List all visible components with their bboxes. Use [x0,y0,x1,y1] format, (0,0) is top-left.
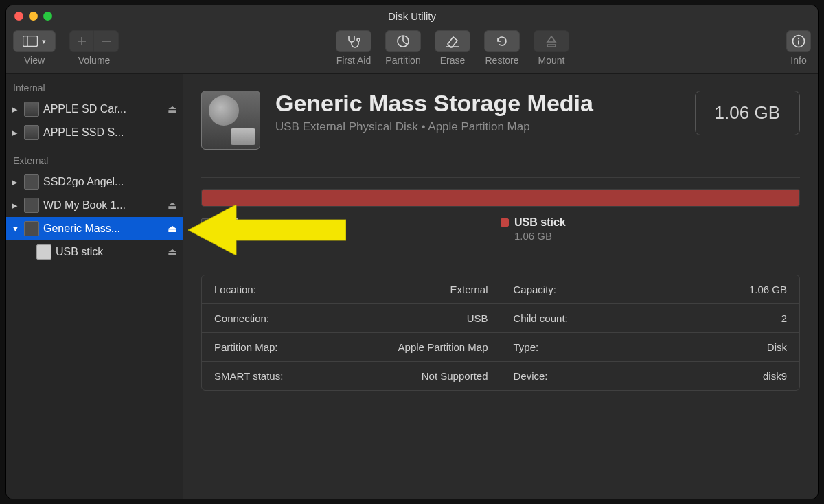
sidebar-item-label: APPLE SD Car... [43,103,163,115]
info-row: Device:disk9 [501,362,800,390]
partition-name: k9s1 [215,216,240,229]
disclosure-triangle-icon[interactable]: ▼ [12,225,20,233]
sidebar-item-generic-mass[interactable]: ▼ Generic Mass... ⏏ [6,217,183,240]
partition-bar[interactable] [201,189,800,207]
sidebar-header-external: External [6,151,183,170]
add-volume-button[interactable] [69,30,94,52]
info-row: Partition Map:Apple Partition Map [202,333,501,362]
disk-header: Generic Mass Storage Media USB External … [201,91,800,150]
mount-label: Mount [538,55,565,66]
partition-legend: k9s1 32 KB USB stick 1.06 GB [201,215,800,243]
sidebar-item-ssd2go[interactable]: ▶ SSD2go Angel... [6,170,183,194]
restore-cluster: Restore [484,30,520,66]
sidebar-item-wd-mybook[interactable]: ▶ WD My Book 1... ⏏ [6,194,183,217]
info-row: Capacity:1.06 GB [501,275,800,304]
eject-icon[interactable]: ⏏ [168,199,177,211]
erase-icon [445,34,460,48]
sidebar-item-apple-sd-card[interactable]: ▶ APPLE SD Car... ⏏ [6,98,183,121]
partition-size: 32 KB [215,230,501,242]
sidebar-icon [23,36,38,47]
view-button[interactable]: ▾ [13,30,56,52]
minimize-window-button[interactable] [29,12,38,21]
info-label: Info [790,55,806,66]
disk-image-icon [201,91,260,150]
color-swatch-icon [501,218,509,227]
capacity-badge: 1.06 GB [695,91,800,135]
erase-button[interactable] [435,30,470,52]
disclosure-triangle-icon[interactable]: ▶ [12,128,20,137]
partition-name: USB stick [514,216,566,229]
firstaid-cluster: First Aid [336,30,371,66]
disclosure-triangle-icon[interactable]: ▶ [12,105,20,114]
svg-point-2 [357,38,360,41]
info-column-right: Capacity:1.06 GB Child count:2 Type:Disk… [501,275,800,390]
info-cluster: Info [786,30,811,66]
disk-icon [24,102,39,117]
erase-cluster: Erase [435,30,470,66]
info-row: Type:Disk [501,333,800,362]
sidebar-item-apple-ssd[interactable]: ▶ APPLE SSD S... [6,121,183,144]
svg-rect-0 [23,36,38,47]
view-label: View [24,55,45,66]
remove-volume-button[interactable] [94,30,119,52]
partition-button[interactable] [385,30,421,52]
traffic-lights [6,12,52,21]
info-table: Location:External Connection:USB Partiti… [201,275,800,391]
mount-button[interactable] [534,30,569,52]
body: Internal ▶ APPLE SD Car... ⏏ ▶ APPLE SSD… [6,74,818,499]
chevron-down-icon: ▾ [42,37,46,46]
main-panel: Generic Mass Storage Media USB External … [183,74,818,499]
restore-icon [495,34,509,48]
partition-label: Partition [385,55,420,66]
disk-icon [24,174,39,190]
plus-icon [77,36,87,46]
restore-button[interactable] [484,30,520,52]
svg-rect-6 [798,41,799,45]
sidebar-item-label: APPLE SSD S... [43,126,177,139]
eject-icon[interactable]: ⏏ [168,103,177,115]
disclosure-triangle-icon[interactable]: ▶ [12,201,20,210]
titlebar: Disk Utility [6,5,818,26]
stethoscope-icon [346,34,361,48]
sidebar-item-usb-stick[interactable]: USB stick ⏏ [6,240,183,264]
sidebar-header-internal: Internal [6,78,183,98]
disk-title: Generic Mass Storage Media [275,91,680,116]
partition-legend-item: k9s1 [201,216,501,229]
minus-icon [102,36,111,46]
disk-icon [24,125,39,140]
info-button[interactable] [786,30,811,52]
eject-icon[interactable]: ⏏ [168,246,177,258]
close-window-button[interactable] [14,12,23,21]
partition-legend-item: USB stick [501,216,800,229]
disk-utility-window: Disk Utility ▾ View Volume [5,5,819,499]
sidebar-item-label: WD My Book 1... [43,199,163,211]
view-cluster: ▾ View [13,30,56,66]
disclosure-triangle-icon[interactable]: ▶ [12,178,20,187]
sidebar: Internal ▶ APPLE SD Car... ⏏ ▶ APPLE SSD… [6,74,183,499]
info-row: Location:External [202,275,501,304]
toolbar: ▾ View Volume First Aid [6,26,818,74]
divider [201,177,800,178]
volume-cluster: Volume [69,30,119,66]
erase-label: Erase [440,55,466,66]
pie-icon [396,34,410,48]
sidebar-item-label: USB stick [56,246,163,258]
partition-size: 1.06 GB [514,230,800,242]
mount-cluster: Mount [534,30,569,66]
info-icon [792,34,805,48]
disk-icon [24,198,39,213]
info-row: Child count:2 [501,304,800,333]
eject-icon[interactable]: ⏏ [168,222,177,235]
disk-icon [24,221,39,236]
zoom-window-button[interactable] [43,12,52,21]
first-aid-label: First Aid [336,55,371,66]
disk-subtitle: USB External Physical Disk • Apple Parti… [275,120,680,134]
volume-label: Volume [78,55,111,66]
window-title: Disk Utility [6,10,818,22]
mount-icon [545,34,558,48]
first-aid-button[interactable] [336,30,371,52]
info-column-left: Location:External Connection:USB Partiti… [202,275,501,390]
info-row: SMART status:Not Supported [202,362,501,390]
color-swatch-icon [201,218,209,227]
sidebar-item-label: SSD2go Angel... [43,176,177,188]
